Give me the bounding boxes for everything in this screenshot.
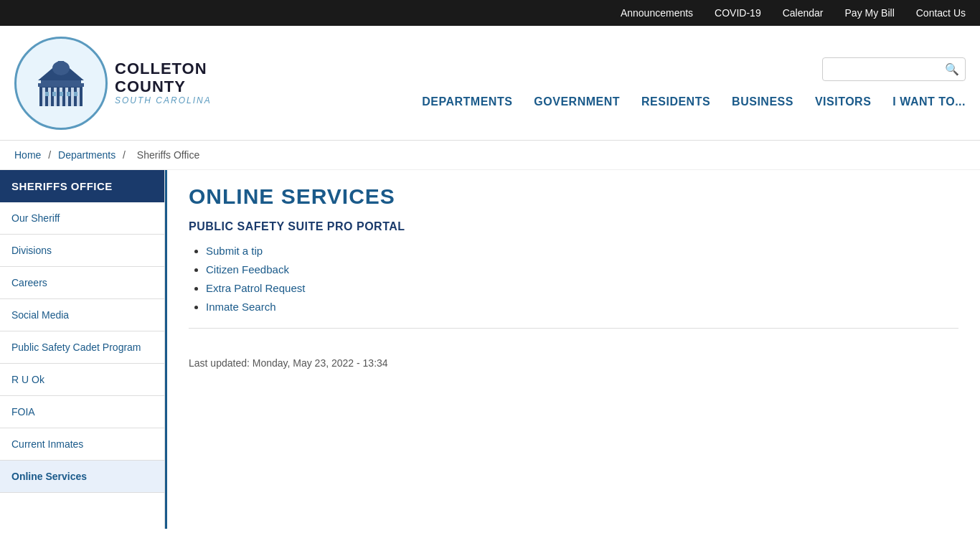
main-content: SHERIFFS OFFICE Our Sheriff Divisions Ca… <box>0 170 980 529</box>
sidebar-item-cadet[interactable]: Public Safety Cadet Program <box>0 331 164 364</box>
nav-residents[interactable]: RESIDENTS <box>641 95 710 108</box>
nav-departments[interactable]: DEPARTMENTS <box>422 95 512 108</box>
sidebar-item-ru-ok[interactable]: R U Ok <box>0 364 164 396</box>
sidebar-item-divisions[interactable]: Divisions <box>0 235 164 267</box>
sidebar: SHERIFFS OFFICE Our Sheriff Divisions Ca… <box>0 170 165 529</box>
nav-visitors[interactable]: VISITORS <box>815 95 871 108</box>
search-icon: 🔍 <box>945 63 959 75</box>
sidebar-item-social-media[interactable]: Social Media <box>0 299 164 331</box>
svg-rect-16 <box>67 92 70 96</box>
breadcrumb-current: Sheriffs Office <box>137 149 199 161</box>
page-content: ONLINE SERVICES PUBLIC SAFETY SUITE PRO … <box>165 170 980 529</box>
logo-building <box>32 57 90 109</box>
contact-us-link[interactable]: Contact Us <box>916 7 966 19</box>
sidebar-item-our-sheriff[interactable]: Our Sheriff <box>0 202 164 235</box>
header: COLLETON COUNTY SOUTH CAROLINA 🔍 DEPARTM… <box>0 26 980 141</box>
calendar-link[interactable]: Calendar <box>783 7 824 19</box>
top-bar: Announcements COVID-19 Calendar Pay My B… <box>0 0 980 26</box>
sidebar-item-online-services[interactable]: Online Services <box>0 461 164 493</box>
list-item-extra-patrol: Extra Patrol Request <box>206 282 958 295</box>
list-item-inmate-search: Inmate Search <box>206 301 958 314</box>
svg-rect-15 <box>60 92 63 96</box>
nav-business[interactable]: BUSINESS <box>732 95 793 108</box>
logo-text: COLLETON COUNTY SOUTH CAROLINA <box>115 60 215 105</box>
sidebar-item-current-inmates[interactable]: Current Inmates <box>0 428 164 461</box>
section-subtitle: PUBLIC SAFETY SUITE PRO PORTAL <box>189 220 958 233</box>
content-list: Submit a tip Citizen Feedback Extra Patr… <box>189 245 958 314</box>
sidebar-item-careers[interactable]: Careers <box>0 267 164 299</box>
svg-rect-1 <box>42 88 45 106</box>
main-nav: DEPARTMENTS GOVERNMENT RESIDENTS BUSINES… <box>422 95 966 108</box>
svg-rect-14 <box>52 92 56 96</box>
announcements-link[interactable]: Announcements <box>621 7 693 19</box>
link-inmate-search[interactable]: Inmate Search <box>206 301 276 313</box>
breadcrumb: Home / Departments / Sheriffs Office <box>0 141 980 170</box>
content-divider <box>189 328 958 329</box>
list-item-submit-tip: Submit a tip <box>206 245 958 258</box>
svg-rect-9 <box>41 80 81 84</box>
pay-bill-link[interactable]: Pay My Bill <box>845 7 895 19</box>
search-button[interactable]: 🔍 <box>945 62 959 76</box>
last-updated: Last updated: Monday, May 23, 2022 - 13:… <box>189 343 958 369</box>
link-extra-patrol[interactable]: Extra Patrol Request <box>206 282 305 294</box>
svg-rect-7 <box>77 88 80 106</box>
nav-i-want-to[interactable]: I WANT TO... <box>892 95 966 108</box>
svg-rect-13 <box>45 92 49 96</box>
svg-rect-12 <box>58 61 64 70</box>
breadcrumb-home[interactable]: Home <box>14 149 41 161</box>
breadcrumb-sep-2: / <box>123 149 128 161</box>
svg-rect-4 <box>60 88 62 106</box>
nav-area: 🔍 DEPARTMENTS GOVERNMENT RESIDENTS BUSIN… <box>215 57 966 108</box>
logo-county: COLLETON COUNTY <box>115 60 215 95</box>
search-bar[interactable]: 🔍 <box>822 57 966 81</box>
svg-rect-3 <box>54 88 57 106</box>
svg-rect-5 <box>65 88 68 106</box>
nav-government[interactable]: GOVERNMENT <box>534 95 620 108</box>
svg-rect-17 <box>74 92 77 96</box>
logo-circle <box>14 37 108 130</box>
logo-state: SOUTH CAROLINA <box>115 95 212 105</box>
logo-area: COLLETON COUNTY SOUTH CAROLINA <box>14 37 215 130</box>
svg-rect-2 <box>48 88 51 106</box>
search-input[interactable] <box>830 64 945 75</box>
svg-rect-6 <box>71 88 74 106</box>
breadcrumb-departments[interactable]: Departments <box>58 149 116 161</box>
link-submit-tip[interactable]: Submit a tip <box>206 245 263 257</box>
sidebar-item-foia[interactable]: FOIA <box>0 396 164 428</box>
page-title: ONLINE SERVICES <box>189 184 958 209</box>
sidebar-header: SHERIFFS OFFICE <box>0 170 164 202</box>
covid-link[interactable]: COVID-19 <box>715 7 761 19</box>
link-citizen-feedback[interactable]: Citizen Feedback <box>206 263 289 276</box>
list-item-citizen-feedback: Citizen Feedback <box>206 263 958 276</box>
breadcrumb-sep-1: / <box>48 149 54 161</box>
